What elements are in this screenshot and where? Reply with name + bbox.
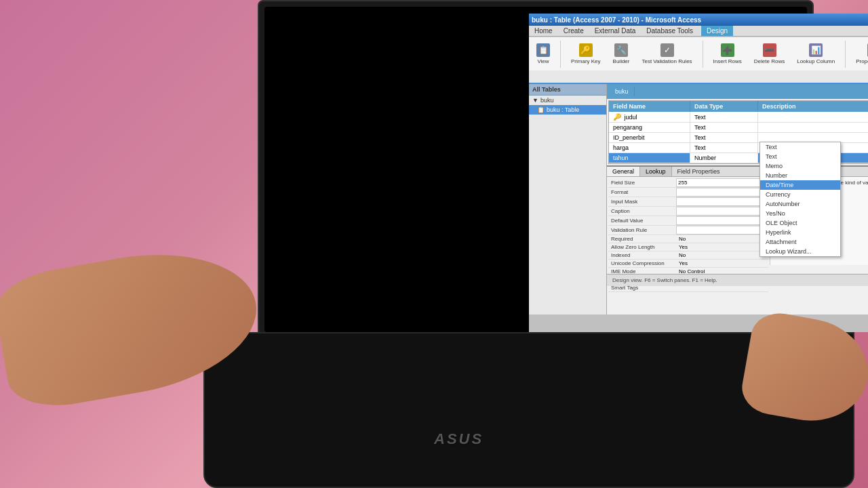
prop-input-input-mask[interactable] — [676, 197, 768, 206]
ribbon-view-button[interactable]: 📋 View — [532, 41, 555, 66]
menu-home[interactable]: Home — [532, 27, 555, 35]
nav-item-buku-table[interactable]: 📋 buku : Table — [529, 105, 606, 115]
window-title: buku : Table (Access 2007 - 2010) - Micr… — [532, 16, 701, 24]
primary-key-icon: 🔑 — [579, 43, 593, 57]
screen-content: buku : Table (Access 2007 - 2010) - Micr… — [529, 14, 868, 332]
ribbon-separator-3 — [845, 41, 846, 68]
menu-database-tools[interactable]: Database Tools — [644, 27, 696, 35]
ribbon-content: 📋 View 🔑 Primary Key 🔧 Builder ✓ Tes — [529, 37, 868, 70]
nav-table-icon: 📋 — [537, 106, 545, 113]
field-desc-id-penerbit — [758, 136, 868, 139]
ribbon: 📋 View 🔑 Primary Key 🔧 Builder ✓ Tes — [529, 37, 868, 84]
dropdown-item-datetime[interactable]: Date/Time — [760, 180, 840, 190]
status-bar: Design view. F6 = Switch panes. F1 = Hel… — [607, 274, 868, 286]
prop-value-allow-zero: Yes — [676, 243, 768, 251]
prop-row-field-size: Field Size — [608, 178, 768, 188]
nav-item-buku-group[interactable]: ▼ buku — [529, 96, 606, 105]
ribbon-delete-rows-button[interactable]: ➖ Delete Rows — [749, 41, 789, 66]
field-name-tahun: tahun — [609, 153, 690, 163]
laptop-body: buku : Table (Access 2007 - 2010) - Micr… — [258, 0, 814, 339]
table-tab[interactable]: buku — [610, 87, 635, 96]
ribbon-insert-rows-button[interactable]: ➕ Insert Rows — [709, 41, 747, 66]
status-text: Design view. F6 = Switch panes. F1 = Hel… — [612, 277, 717, 283]
title-bar: buku : Table (Access 2007 - 2010) - Micr… — [529, 14, 868, 26]
prop-label-field-size: Field Size — [608, 179, 676, 186]
field-name-judul: 🔑 judul — [609, 112, 690, 122]
ribbon-builder-button[interactable]: 🔧 Builder — [608, 41, 635, 66]
ribbon-primary-key-button[interactable]: 🔑 Primary Key — [566, 41, 606, 66]
nav-header: All Tables — [529, 84, 606, 96]
dropdown-item-autonumber[interactable]: AutoNumber — [760, 199, 840, 209]
table-area: buku Field Name Data Type Description 🔑 — [607, 84, 868, 314]
navigation-panel: All Tables ▼ buku 📋 buku : Table — [529, 84, 607, 314]
ribbon-lookup-column-button[interactable]: 📊 Lookup Column — [792, 41, 840, 66]
field-name-harga: harga — [609, 143, 690, 152]
prop-row-indexed: Indexed No — [608, 251, 768, 260]
prop-value-indexed: No — [676, 251, 768, 259]
props-tab-general[interactable]: General — [607, 167, 640, 176]
field-type-id-penerbit: Text — [690, 133, 758, 142]
field-type-tahun: Number — [690, 153, 758, 163]
menu-create[interactable]: Create — [561, 27, 587, 35]
view-icon: 📋 — [536, 43, 550, 57]
field-desc-judul — [758, 116, 868, 119]
field-name-id-penerbit: ID_penerbit — [609, 133, 690, 142]
delete-rows-icon: ➖ — [763, 43, 776, 57]
dropdown-item-memo[interactable]: Memo — [760, 161, 840, 171]
field-type-pengarang: Text — [690, 123, 758, 132]
dropdown-item-hyperlink[interactable]: Hyperlink — [760, 228, 840, 237]
prop-row-input-mask: Input Mask — [608, 197, 768, 207]
field-name-pengarang: pengarang — [609, 123, 690, 132]
dropdown-item-currency[interactable]: Currency — [760, 190, 840, 199]
ribbon-test-validation-button[interactable]: ✓ Test Validation Rules — [637, 41, 696, 66]
prop-row-format: Format — [608, 188, 768, 197]
prop-row-allow-zero: Allow Zero Length Yes — [608, 243, 768, 251]
field-type-judul: Text — [690, 113, 758, 122]
lookup-column-icon: 📊 — [809, 43, 823, 57]
table-toolbar: buku — [607, 84, 868, 99]
table-row[interactable]: 🔑 judul Text — [609, 112, 868, 123]
dropdown-item-text1[interactable]: Text — [760, 142, 840, 152]
dropdown-item-number[interactable]: Number — [760, 171, 840, 180]
dropdown-item-yesno[interactable]: Yes/No — [760, 209, 840, 218]
prop-input-field-size[interactable] — [676, 178, 768, 187]
data-type-dropdown[interactable]: Text Text Memo Number Date/Time Currency… — [760, 142, 841, 257]
ribbon-property-sheet-button[interactable]: 📄 Property Sheet — [851, 41, 868, 66]
prop-row-validation-rule: Validation Rule — [608, 226, 768, 235]
table-row[interactable]: pengarang Text — [609, 123, 868, 133]
prop-input-default-value[interactable] — [676, 216, 768, 225]
prop-row-default-value: Default Value — [608, 216, 768, 226]
props-tab-lookup[interactable]: Lookup — [640, 167, 672, 176]
test-validation-icon: ✓ — [660, 43, 674, 57]
dropdown-item-attachment[interactable]: Attachment — [760, 237, 840, 247]
prop-input-validation-rule[interactable] — [676, 226, 768, 235]
prop-label-required: Required — [608, 235, 676, 243]
insert-rows-icon: ➕ — [721, 43, 734, 57]
menu-design[interactable]: Design — [701, 26, 733, 36]
description-header: Description — [758, 101, 868, 112]
field-table-header: Field Name Data Type Description — [609, 101, 868, 112]
builder-icon: 🔧 — [614, 43, 628, 57]
dropdown-item-lookup[interactable]: Lookup Wizard... — [760, 247, 840, 256]
primary-key-icon: 🔑 — [613, 113, 621, 121]
field-desc-pengarang — [758, 126, 868, 129]
menu-external-data[interactable]: External Data — [592, 27, 639, 35]
prop-input-format[interactable] — [676, 188, 768, 197]
field-name-header: Field Name — [609, 101, 690, 112]
field-type-harga: Text — [690, 143, 758, 152]
prop-label-unicode: Unicode Compression — [608, 260, 676, 267]
ribbon-separator-2 — [703, 41, 703, 68]
dropdown-item-text2[interactable]: Text — [760, 152, 840, 161]
prop-input-caption[interactable] — [676, 207, 768, 216]
prop-row-required: Required No — [608, 235, 768, 243]
prop-value-unicode: Yes — [676, 260, 768, 267]
screen-bezel: buku : Table (Access 2007 - 2010) - Micr… — [264, 7, 807, 332]
prop-row-unicode: Unicode Compression Yes — [608, 260, 768, 268]
prop-label-format: Format — [608, 188, 676, 196]
prop-label-default-value: Default Value — [608, 217, 676, 224]
prop-row-caption: Caption — [608, 207, 768, 216]
nav-group-icon: ▼ — [532, 97, 538, 104]
prop-value-smart-tags — [676, 287, 768, 289]
dropdown-item-ole[interactable]: OLE Object — [760, 218, 840, 228]
prop-label-validation-rule: Validation Rule — [608, 226, 676, 234]
